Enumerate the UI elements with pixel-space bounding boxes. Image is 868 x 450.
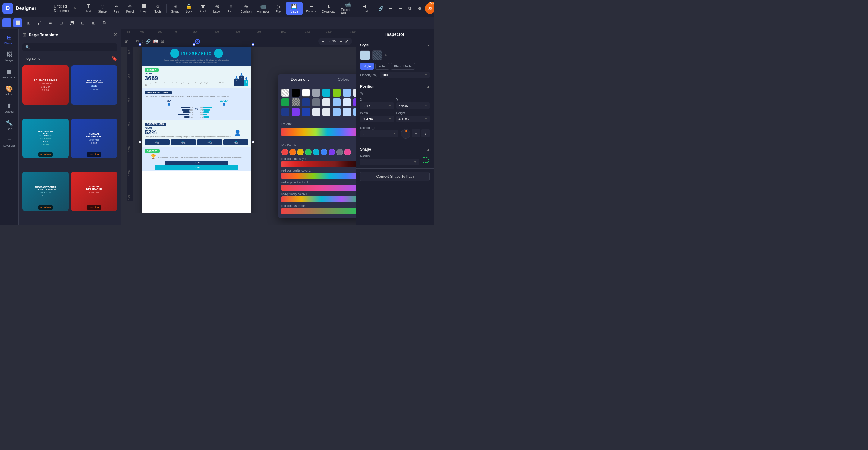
my-dot-cyan[interactable] bbox=[313, 149, 319, 155]
link-button-top[interactable]: 🔗 bbox=[376, 4, 385, 13]
swatch-medgray[interactable] bbox=[312, 98, 320, 106]
sidebar-item-upload[interactable]: ⬆ Upload bbox=[1, 100, 17, 116]
style-edit-icon[interactable]: ✎ bbox=[384, 53, 387, 57]
sidebar-item-element[interactable]: ⊞ Element bbox=[1, 31, 17, 47]
swatch-black[interactable] bbox=[292, 89, 300, 97]
my-dot-gray[interactable] bbox=[336, 149, 343, 155]
play-button[interactable]: ▷ Play bbox=[272, 2, 285, 15]
grid-view-button[interactable]: ⊞ bbox=[24, 19, 33, 27]
rotation-value[interactable]: 0 ▼ bbox=[360, 130, 398, 137]
swatch-cyan[interactable] bbox=[322, 89, 330, 97]
picker-tab-document[interactable]: Document bbox=[278, 74, 321, 85]
swatch-checker[interactable] bbox=[292, 98, 300, 106]
user-avatar[interactable]: JX Prem. bbox=[425, 3, 434, 14]
resize-button[interactable]: ⊡ bbox=[79, 19, 87, 27]
group-btn-2[interactable]: ⊞ bbox=[89, 19, 98, 27]
sidebar-item-tools[interactable]: 🔧 Tools bbox=[1, 117, 17, 133]
swatch-gray[interactable] bbox=[312, 89, 320, 97]
copy-style-button[interactable]: ≡ bbox=[46, 19, 55, 27]
swatch-lightgray[interactable] bbox=[353, 89, 355, 97]
lock-button[interactable]: 🔒 Lock bbox=[182, 2, 195, 15]
swatch-periwinkle[interactable] bbox=[353, 108, 355, 116]
animator-button[interactable]: 📹 Animator bbox=[255, 2, 272, 15]
undo-button[interactable]: ↩ bbox=[386, 4, 395, 13]
swatch-violet[interactable] bbox=[292, 108, 300, 116]
edit-title-icon[interactable]: ✎ bbox=[73, 6, 76, 10]
frame-tool-button[interactable]: ⬜ bbox=[13, 19, 22, 27]
tools-button[interactable]: ⚙ Tools bbox=[151, 2, 164, 15]
my-dot-purple[interactable] bbox=[329, 149, 335, 155]
convert-shape-to-path-button[interactable]: Convert Shape To Path bbox=[360, 172, 430, 181]
swatch-lime[interactable] bbox=[333, 89, 341, 97]
download-button[interactable]: ⬇ Download bbox=[320, 2, 338, 15]
x-value[interactable]: -2.47 ▼ bbox=[360, 102, 394, 109]
style-collapse-icon[interactable]: ▲ bbox=[427, 44, 430, 47]
swatch-cornflower[interactable] bbox=[333, 108, 341, 116]
handle-tr[interactable] bbox=[252, 43, 254, 46]
crop-button[interactable]: ⊡ bbox=[57, 19, 66, 27]
handle-tl[interactable] bbox=[138, 43, 141, 46]
save-button[interactable]: 💾 Save bbox=[286, 2, 303, 15]
paint-bucket-button[interactable]: 🖌 bbox=[35, 19, 44, 27]
swatch-darkblue[interactable] bbox=[302, 98, 310, 106]
my-dot-blue[interactable] bbox=[321, 149, 327, 155]
swatch-silver2[interactable] bbox=[322, 108, 330, 116]
style-pattern-preview[interactable] bbox=[372, 50, 382, 60]
palette-strip[interactable] bbox=[281, 128, 355, 136]
height-value[interactable]: 460.85 ▼ bbox=[396, 116, 430, 122]
position-pencil-icon[interactable]: ✎ bbox=[360, 92, 363, 96]
move-tool-button[interactable]: ✛ bbox=[2, 19, 11, 27]
swatch-white[interactable] bbox=[302, 89, 310, 97]
infographic-canvas[interactable]: INFOGRAPHIC Lorem ipsum dolor sit amet, … bbox=[142, 47, 251, 213]
radius-value[interactable]: 0 ▼ bbox=[360, 159, 419, 165]
my-dot-pink[interactable] bbox=[344, 149, 351, 155]
copy-button[interactable]: ⧉ bbox=[406, 4, 414, 13]
picker-tab-colors[interactable]: Colors bbox=[321, 74, 355, 85]
swatch-navy[interactable] bbox=[281, 108, 289, 116]
my-dot-red[interactable] bbox=[281, 149, 288, 155]
my-dot-yellow[interactable] bbox=[297, 149, 304, 155]
flip-horizontal-button[interactable]: ↔ bbox=[412, 129, 420, 137]
settings-button[interactable]: ⚙ bbox=[415, 4, 424, 13]
style-color-preview[interactable] bbox=[360, 50, 370, 60]
print-button[interactable]: 🖨 Print bbox=[358, 2, 371, 15]
swatch-transparent[interactable] bbox=[281, 89, 289, 97]
image-button[interactable]: 🖼 bbox=[67, 19, 76, 27]
align-button[interactable]: ≡ Align bbox=[224, 2, 238, 15]
palette-strip-3[interactable] bbox=[281, 185, 355, 191]
handle-tm[interactable] bbox=[193, 43, 195, 46]
image-tool-button[interactable]: 🖼 Image bbox=[137, 2, 151, 15]
shape-collapse-icon[interactable]: ▲ bbox=[427, 148, 430, 151]
rotate-handle[interactable] bbox=[195, 39, 200, 44]
palette-strip-1[interactable] bbox=[281, 161, 355, 167]
my-dot-orange[interactable] bbox=[289, 149, 296, 155]
handle-mr[interactable] bbox=[252, 141, 254, 143]
swatch-lightblue[interactable] bbox=[343, 89, 351, 97]
rotation-dial[interactable] bbox=[401, 129, 410, 138]
sidebar-item-layer-list[interactable]: ≡ Layer List bbox=[1, 134, 17, 150]
template-card-6[interactable]: MEDICALINFOGRAPHIC YOUR TITLE + Premium bbox=[71, 172, 118, 211]
preview-button[interactable]: 🖥 Preview bbox=[304, 2, 318, 15]
pencil-tool-button[interactable]: ✏ Pencil bbox=[124, 2, 137, 15]
swatch-green[interactable] bbox=[281, 98, 289, 106]
category-bookmark-icon[interactable]: 🔖 bbox=[111, 56, 117, 61]
style-tab-filter[interactable]: Filter bbox=[375, 63, 389, 70]
template-card-1[interactable]: OF HEART DISEASE YOUR TITLE ABCD 1 2 3 4 bbox=[22, 65, 69, 104]
sidebar-item-background[interactable]: ◼ Background bbox=[1, 65, 17, 81]
style-tab-blend-mode[interactable]: Blend Mode bbox=[391, 63, 415, 70]
group-button[interactable]: ⊞ Group bbox=[168, 2, 182, 15]
swatch-blue2[interactable] bbox=[333, 98, 341, 106]
opacity-value[interactable]: 100 ▼ bbox=[380, 72, 430, 78]
template-card-2[interactable]: Daily Ways toProtect Your Teeth 1 2 3 4 … bbox=[71, 65, 118, 104]
sidebar-item-palette[interactable]: 🎨 Palette bbox=[1, 83, 17, 98]
template-card-3[interactable]: PRECAUTIONSFORMEDICATION YOUR TITLE ABC … bbox=[22, 119, 69, 158]
swatch-blue3[interactable] bbox=[302, 108, 310, 116]
sidebar-item-image[interactable]: 🖼 Image bbox=[1, 49, 17, 64]
redo-button[interactable]: ↪ bbox=[396, 4, 404, 13]
template-card-5[interactable]: PREGNANT WOMANHEALTH TREATMENT YOUR TITL… bbox=[22, 172, 69, 211]
flip-vertical-button[interactable]: ↕ bbox=[421, 129, 430, 137]
search-input[interactable] bbox=[32, 45, 114, 50]
my-dot-green[interactable] bbox=[305, 149, 312, 155]
panel-close-icon[interactable]: ✕ bbox=[113, 32, 117, 38]
swatch-silver[interactable] bbox=[312, 108, 320, 116]
